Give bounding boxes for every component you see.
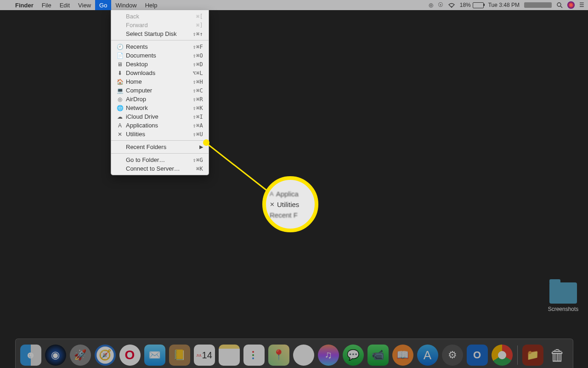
wifi-icon[interactable]: [448, 3, 455, 8]
menu-go[interactable]: Go: [95, 0, 111, 10]
accessibility-icon[interactable]: ◎: [429, 2, 433, 8]
desktop-icon: 🖥: [116, 61, 124, 68]
dock-opera[interactable]: O: [119, 345, 141, 366]
menu-item-airdrop[interactable]: ◎AirDrop⇧⌘R: [111, 95, 209, 104]
dock-ibooks[interactable]: 📖: [392, 345, 413, 366]
status-area: ◎ ⦿ 18% Tue 3:48 PM ☰: [429, 1, 588, 9]
desktop-folder-screenshots[interactable]: Screenshots: [547, 282, 580, 312]
dock-notes[interactable]: [219, 345, 240, 366]
folder-label: Screenshots: [547, 306, 580, 312]
folder-icon: [549, 282, 577, 304]
utilities-icon: ✕: [116, 131, 124, 138]
dock-outlook[interactable]: O: [467, 345, 488, 366]
dock-itunes[interactable]: ♫: [318, 345, 339, 366]
downloads-icon: ⬇: [116, 70, 124, 76]
dock-mail[interactable]: ✉️: [144, 345, 165, 366]
calendar-date: 14: [202, 351, 212, 360]
network-icon: 🌐: [116, 105, 124, 111]
dock-system-preferences[interactable]: ⚙: [442, 345, 463, 366]
dock-trash[interactable]: 🗑: [547, 345, 568, 366]
documents-icon: 📄: [116, 52, 124, 59]
menu-item-forward: Forward⌘]: [111, 21, 209, 29]
computer-icon: 💻: [116, 87, 124, 94]
menu-edit[interactable]: Edit: [56, 0, 74, 10]
home-icon: 🏠: [116, 79, 124, 85]
battery-status[interactable]: 18%: [460, 2, 484, 8]
menu-item-downloads[interactable]: ⬇Downloads⌥⌘L: [111, 69, 209, 77]
notification-center-icon[interactable]: ☰: [579, 2, 584, 8]
airdrop-icon: ◎: [116, 96, 124, 103]
dock-launchpad[interactable]: 🚀: [70, 345, 91, 366]
cloud-icon: ☁: [116, 114, 124, 120]
menubar: Finder File Edit View Go Window Help ◎ ⦿…: [0, 0, 588, 10]
dock-siri[interactable]: ◉: [45, 345, 66, 366]
dock-facetime[interactable]: 📹: [368, 345, 389, 366]
magnifier-mid-text: Utilities: [277, 201, 299, 208]
menu-item-go-to-folder[interactable]: Go to Folder…⇧⌘G: [111, 155, 209, 164]
dock-finder[interactable]: ☻: [20, 345, 41, 366]
menu-view[interactable]: View: [74, 0, 95, 10]
dock-reminders[interactable]: [243, 345, 265, 366]
annotation-line: [206, 143, 272, 195]
menu-window[interactable]: Window: [111, 0, 141, 10]
svg-point-0: [451, 6, 452, 7]
menu-item-icloud[interactable]: ☁iCloud Drive⇧⌘I: [111, 112, 209, 121]
dock-appstore[interactable]: A: [417, 345, 438, 366]
menu-help[interactable]: Help: [141, 0, 162, 10]
menu-item-recent-folders[interactable]: Recent Folders▶: [111, 143, 209, 151]
annotation-magnifier: AApplica ✕Utilities Recent F: [262, 176, 318, 232]
menu-item-connect-server[interactable]: Connect to Server…⌘K: [111, 164, 209, 173]
dock-folder[interactable]: 📁: [522, 345, 543, 366]
magnifier-bot-text: Recent F: [270, 211, 298, 219]
dock-contacts[interactable]: 📒: [169, 345, 190, 366]
menu-item-computer[interactable]: 💻Computer⇧⌘C: [111, 86, 209, 95]
dock-safari[interactable]: 🧭: [95, 345, 116, 366]
dock: ☻ ◉ 🚀 🧭 O ✉️ 📒 JUL14 📍 ❋ ♫ 💬 📹 📖 A ⚙ O 📁…: [0, 337, 588, 368]
menu-item-startup-disk[interactable]: Select Startup Disk⇧⌘↑: [111, 29, 209, 38]
dock-messages[interactable]: 💬: [343, 345, 364, 366]
dock-photos[interactable]: ❋: [293, 345, 314, 366]
svg-point-1: [557, 3, 561, 6]
menu-file[interactable]: File: [38, 0, 56, 10]
dock-chrome[interactable]: [492, 345, 513, 366]
clock[interactable]: Tue 3:48 PM: [488, 2, 520, 8]
menu-item-desktop[interactable]: 🖥Desktop⇧⌘D: [111, 60, 209, 69]
menu-item-applications[interactable]: AApplications⇧⌘A: [111, 121, 209, 130]
app-name[interactable]: Finder: [11, 2, 38, 9]
dock-maps[interactable]: 📍: [268, 345, 289, 366]
menu-item-utilities[interactable]: ✕Utilities⇧⌘U: [111, 130, 209, 138]
menu-item-home[interactable]: 🏠Home⇧⌘H: [111, 77, 209, 86]
menu-item-documents[interactable]: 📄Documents⇧⌘O: [111, 51, 209, 60]
user-menu[interactable]: [524, 2, 552, 8]
svg-line-2: [560, 6, 562, 8]
location-icon[interactable]: ⦿: [438, 2, 443, 8]
siri-icon[interactable]: [567, 1, 575, 9]
spotlight-icon[interactable]: [556, 2, 563, 8]
dock-separator: [517, 345, 518, 365]
go-menu-dropdown: Back⌘[ Forward⌘] Select Startup Disk⇧⌘↑ …: [111, 10, 209, 175]
battery-percent: 18%: [460, 2, 471, 8]
magnifier-top-text: Applica: [276, 190, 299, 198]
menu-item-recents[interactable]: 🕘Recents⇧⌘F: [111, 42, 209, 51]
applications-icon: A: [116, 122, 124, 129]
menu-item-network[interactable]: 🌐Network⇧⌘K: [111, 104, 209, 112]
recents-icon: 🕘: [116, 44, 124, 50]
dock-calendar[interactable]: JUL14: [194, 345, 215, 366]
menu-item-back: Back⌘[: [111, 12, 209, 21]
submenu-arrow-icon: ▶: [199, 144, 203, 150]
